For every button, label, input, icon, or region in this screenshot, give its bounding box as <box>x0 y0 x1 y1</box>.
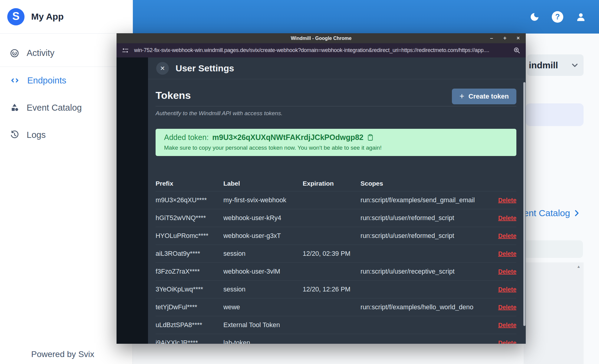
content-panel: ▲ <box>524 262 584 364</box>
token-prefix: uLdBztSPA8**** <box>156 321 223 329</box>
column-header-label: Label <box>223 180 303 187</box>
scroll-up-arrow-icon[interactable]: ▲ <box>577 264 581 269</box>
banner-prefix-text: Added token: <box>164 133 209 142</box>
chrome-scrollbar-thumb[interactable] <box>523 82 525 326</box>
sidebar-item-logs[interactable]: Logs <box>0 121 133 148</box>
column-header-prefix: Prefix <box>156 180 223 187</box>
sidebar-item-activity[interactable]: Activity <box>0 40 133 67</box>
token-label: webhook-user-3vlM <box>223 268 303 275</box>
workspace-label: indmill <box>529 60 558 70</box>
chrome-titlebar[interactable]: Windmill - Google Chrome – + × <box>117 33 526 43</box>
copy-clipboard-icon[interactable] <box>367 134 374 141</box>
delete-link[interactable]: Delete <box>498 197 516 203</box>
app-name: My App <box>31 11 64 22</box>
token-table-header: Prefix Label Expiration Scopes <box>156 176 516 191</box>
delete-link[interactable]: Delete <box>498 250 516 257</box>
sidebar-item-endpoints[interactable]: Endpoints <box>0 67 133 94</box>
table-row: hGiT52wVNQ**** webhook-user-kRy4 run:scr… <box>156 209 516 227</box>
token-label: webhook-user-g3xT <box>223 232 303 240</box>
token-prefix: i9AiYXlcJR**** <box>156 339 223 344</box>
close-icon[interactable]: ✕ <box>156 62 169 75</box>
divider <box>156 106 516 106</box>
tokens-heading: Tokens <box>156 89 516 101</box>
token-created-banner: Added token: m9U3×26qXUXqNWtFAKrdjJCkPOd… <box>156 129 516 156</box>
event-catalog-link[interactable]: ent Catalog <box>524 208 581 218</box>
delete-link[interactable]: Delete <box>498 286 516 293</box>
table-row: f3FzoZ7raX**** webhook-user-3vlM run:scr… <box>156 262 516 280</box>
powered-by-text: Powered by Svix <box>31 349 94 359</box>
account-icon[interactable] <box>575 11 586 22</box>
banner-note: Make sure to copy your personal access t… <box>164 145 516 151</box>
shapes-icon <box>10 103 19 112</box>
workspace-selector[interactable]: indmill <box>527 54 584 76</box>
page-backdrop <box>117 57 148 344</box>
minimize-button[interactable]: – <box>488 35 495 41</box>
help-icon[interactable]: ? <box>552 11 563 23</box>
site-settings-icon[interactable] <box>121 47 129 54</box>
token-expiration: 12/20, 12:26 PM <box>303 286 360 293</box>
column-header-scopes: Scopes <box>360 180 492 187</box>
token-label: External Tool Token <box>223 321 303 329</box>
token-table: Prefix Label Expiration Scopes m9U3×26qX… <box>156 176 516 344</box>
table-row: aiL3ROat9y**** session 12/20, 02:39 PM D… <box>156 245 516 262</box>
drawer-header: ✕ User Settings <box>148 57 526 79</box>
sidebar-item-label: Event Catalog <box>27 103 82 113</box>
placeholder-box <box>524 240 583 258</box>
delete-link[interactable]: Delete <box>498 215 516 221</box>
dark-mode-moon-icon[interactable] <box>529 12 540 22</box>
zoom-icon[interactable] <box>513 47 521 54</box>
delete-link[interactable]: Delete <box>498 268 516 275</box>
chrome-window: Windmill - Google Chrome – + × win-752-f… <box>117 33 526 344</box>
window-title: Windmill - Google Chrome <box>291 36 352 41</box>
column-header-expiration: Expiration <box>303 180 360 187</box>
table-row: 3YeOiKpLwq**** session 12/20, 12:26 PM D… <box>156 280 516 298</box>
token-prefix: HYOLuPRomc**** <box>156 232 223 240</box>
svix-logo-icon: S <box>7 8 25 25</box>
sidebar-item-label: Logs <box>27 130 46 140</box>
code-brackets-icon <box>10 75 20 86</box>
sidebar-item-label: Endpoints <box>27 76 66 86</box>
delete-link[interactable]: Delete <box>498 340 516 344</box>
token-prefix: 3YeOiKpLwq**** <box>156 286 223 293</box>
token-scopes: run:script/f/examples/hello_world_deno <box>360 304 492 311</box>
chevron-down-icon <box>570 61 579 70</box>
drawer-title: User Settings <box>176 63 234 73</box>
token-prefix: m9U3×26qXU**** <box>156 197 223 204</box>
chevron-right-icon <box>572 209 581 217</box>
token-scopes: run:script/u/user/reformed_script <box>360 232 492 240</box>
token-value: m9U3×26qXUXqNWtFAKrdjJCkPOdwgp82 <box>212 133 363 142</box>
token-prefix: f3FzoZ7raX**** <box>156 268 223 275</box>
table-row: HYOLuPRomc**** webhook-user-g3xT run:scr… <box>156 227 516 245</box>
token-label: wewe <box>223 304 303 311</box>
token-prefix: hGiT52wVNQ**** <box>156 214 223 222</box>
highlight-box <box>526 103 584 126</box>
token-expiration: 12/20, 02:39 PM <box>303 250 360 258</box>
sidebar-item-label: Activity <box>27 48 54 58</box>
sidebar-item-event-catalog[interactable]: Event Catalog <box>0 94 133 121</box>
chrome-urlbar[interactable]: win-752-fix-svix-webhook-win.windmill.pa… <box>117 43 526 57</box>
token-scopes: run:script/u/user/receptive_script <box>360 268 492 275</box>
maximize-button[interactable]: + <box>502 35 508 41</box>
app-header: S My App <box>0 0 133 34</box>
screen: ? indmill ent Catalog ▲ S My Ap <box>0 0 599 364</box>
token-label: lab-token <box>223 339 303 344</box>
url-text[interactable]: win-752-fix-svix-webhook-win.windmill.pa… <box>134 47 508 54</box>
history-clock-icon <box>10 130 19 140</box>
token-label: session <box>223 250 303 258</box>
delete-link[interactable]: Delete <box>498 232 516 239</box>
table-row: i9AiYXlcJR**** lab-token Delete <box>156 334 516 344</box>
token-prefix: aiL3ROat9y**** <box>156 250 223 258</box>
token-table-body: m9U3×26qXU**** my-first-svix-webhook run… <box>156 191 516 344</box>
token-label: my-first-svix-webhook <box>223 197 303 204</box>
activity-gauge-icon <box>10 48 19 58</box>
delete-link[interactable]: Delete <box>498 322 516 328</box>
token-scopes: run:script/u/user/reformed_script <box>360 214 492 222</box>
event-catalog-link-label: ent Catalog <box>524 208 570 218</box>
table-row: uLdBztSPA8**** External Tool Token Delet… <box>156 316 516 334</box>
token-label: session <box>223 286 303 293</box>
user-settings-drawer: ✕ User Settings + Create token Tokens Au… <box>148 57 526 344</box>
table-row: m9U3×26qXU**** my-first-svix-webhook run… <box>156 191 516 209</box>
delete-link[interactable]: Delete <box>498 304 516 310</box>
sidebar: S My App Activity Endpoints Event Cata <box>0 0 133 364</box>
close-window-button[interactable]: × <box>515 35 522 41</box>
